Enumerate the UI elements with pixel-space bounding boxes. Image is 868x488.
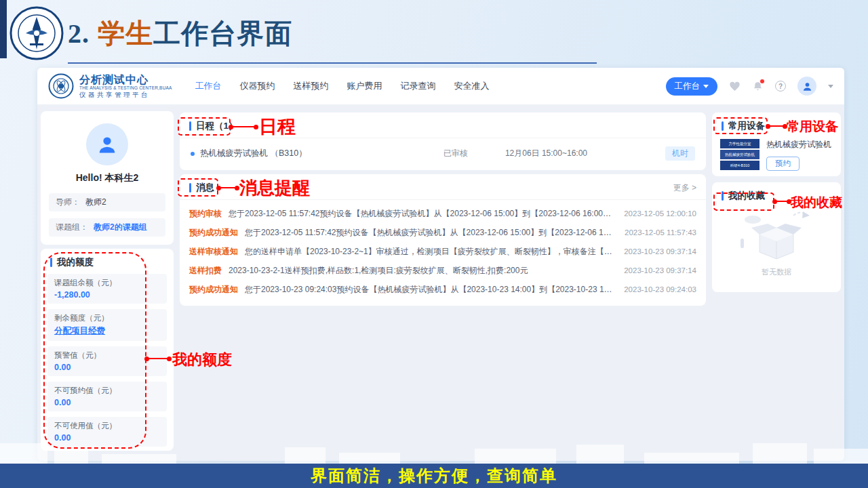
- device-info: 热机械疲劳试验机 预约: [766, 139, 831, 171]
- empty-text: 暂无数据: [712, 267, 841, 277]
- message-row[interactable]: 预约审核 您于2023-12-05 11:57:42预约设备【热机械疲劳试验机】…: [189, 204, 696, 223]
- brand-subtitle-cn: 仪器共享管理平台: [79, 91, 172, 99]
- message-tag: 预约审核: [189, 208, 222, 220]
- message-row[interactable]: 预约成功通知 您于2023-10-23 09:24:03预约设备【热机械疲劳试验…: [189, 280, 696, 299]
- messages-card: 消息 更多 > 预约审核 您于2023-12-05 11:57:42预约设备【热…: [180, 174, 706, 306]
- message-body: 2023-10-23-2-1送样预扣费,样品数:1,检测项目:疲劳裂纹扩展、断裂…: [229, 265, 614, 277]
- title-underline: [68, 62, 597, 64]
- menu-item-sample-booking[interactable]: 送样预约: [294, 80, 329, 92]
- section-accent-bar: [722, 121, 724, 131]
- brand-subtitle-en: THE ANALYSIS & TESTING CENTER,BUAA: [79, 85, 172, 91]
- menu-item-instrument-booking[interactable]: 仪器预约: [240, 80, 275, 92]
- quota-item-no-booking: 不可预约值（元） 0.00: [47, 382, 167, 411]
- device-thumbnail[interactable]: 力学性能分室 热机械疲劳试验机 科研4-B310: [720, 139, 760, 171]
- brand: 分析测试中心 THE ANALYSIS & TESTING CENTER,BUA…: [48, 73, 172, 99]
- help-icon[interactable]: ?: [775, 81, 786, 92]
- quota-card: 我的额度 课题组余额（元） -1,280.00 剩余额度（元） 分配项目经费 预…: [41, 249, 174, 451]
- footer-banner: 界面简洁，操作方便，查询简单: [0, 464, 868, 488]
- brand-text: 分析测试中心 THE ANALYSIS & TESTING CENTER,BUA…: [79, 74, 172, 99]
- message-time: 2023-10-23 09:37:14: [624, 247, 696, 256]
- avatar-caret-icon[interactable]: [828, 85, 833, 88]
- section-accent-bar: [722, 191, 724, 201]
- message-body: 您于2023-10-23 09:24:03预约设备【热机械疲劳试验机】从【202…: [245, 284, 614, 296]
- message-body: 您于2023-12-05 11:57:42预约设备【热机械疲劳试验机】从【202…: [245, 227, 615, 239]
- message-time: 2023-10-23 09:24:03: [624, 285, 696, 293]
- section-accent-bar: [50, 258, 52, 267]
- workspace-switch-label: 工作台: [675, 81, 701, 92]
- quota-label: 不可使用值（元）: [54, 421, 160, 431]
- message-time: 2023-10-23 09:37:14: [624, 266, 696, 274]
- quota-value: 0.00: [54, 398, 160, 407]
- quota-header: 我的额度: [41, 249, 174, 274]
- schedule-device: 热机械疲劳试验机 （B310）: [200, 148, 443, 159]
- group-row: 课题组： 教师2的课题组: [49, 218, 165, 237]
- message-time: 2023-12-05 11:57:43: [625, 228, 696, 237]
- person-icon: [802, 81, 812, 92]
- devices-card: 常用设备 力学性能分室 热机械疲劳试验机 科研4-B310 热机械疲劳试验机 预…: [712, 113, 841, 176]
- message-row[interactable]: 预约成功通知 您于2023-12-05 11:57:42预约设备【热机械疲劳试验…: [189, 223, 696, 242]
- title-rest: 工作台界面: [153, 18, 292, 48]
- thumb-line: 科研4-B310: [720, 161, 760, 170]
- center-logo-icon: [48, 73, 74, 99]
- schedule-time: 12月06日 15:00~16:00: [505, 148, 587, 159]
- message-tag: 预约成功通知: [189, 227, 238, 239]
- menu-item-record-query[interactable]: 记录查询: [401, 80, 436, 92]
- title-number: 2.: [68, 18, 90, 49]
- schedule-status: 已审核: [443, 148, 468, 159]
- allocate-funds-link[interactable]: 分配项目经费: [54, 325, 160, 337]
- messages-list: 预约审核 您于2023-12-05 11:57:42预约设备【热机械疲劳试验机】…: [180, 200, 706, 299]
- quota-item-group-balance: 课题组余额（元） -1,280.00: [47, 274, 167, 304]
- devices-header: 常用设备: [712, 113, 841, 138]
- quota-item-warning: 预警值（元） 0.00: [47, 346, 167, 376]
- menu-item-account-fees[interactable]: 账户费用: [347, 80, 382, 92]
- quota-items: 课题组余额（元） -1,280.00 剩余额度（元） 分配项目经费 预警值（元）…: [41, 274, 174, 447]
- message-row[interactable]: 送样扣费 2023-10-23-2-1送样预扣费,样品数:1,检测项目:疲劳裂纹…: [189, 261, 696, 280]
- profile-avatar: [86, 123, 128, 165]
- notification-badge: [760, 79, 764, 83]
- quota-value: 0.00: [54, 363, 160, 372]
- thumb-line: 热机械疲劳试验机: [720, 150, 760, 159]
- empty-box-illustration: [732, 207, 821, 263]
- message-body: 您于2023-12-05 11:57:42预约设备【热机械疲劳试验机】从【202…: [229, 208, 614, 220]
- quota-label: 课题组余额（元）: [54, 278, 160, 288]
- brand-name: 分析测试中心: [79, 74, 172, 85]
- section-accent-bar: [189, 183, 191, 192]
- notifications-bell-icon[interactable]: [752, 81, 764, 92]
- app-navbar: 分析测试中心 THE ANALYSIS & TESTING CENTER,BUA…: [37, 68, 844, 104]
- menu-item-safety-access[interactable]: 安全准入: [454, 80, 490, 92]
- quota-value: 0.00: [54, 433, 160, 443]
- favorites-heart-icon[interactable]: [729, 81, 741, 92]
- schedule-title: 日程（1）: [196, 120, 238, 132]
- profile-rows: 导师： 教师2 课题组： 教师2的课题组: [41, 193, 174, 237]
- user-avatar[interactable]: [797, 77, 816, 96]
- schedule-row[interactable]: 热机械疲劳试验机 （B310） 已审核 12月06日 15:00~16:00 机…: [180, 138, 706, 161]
- help-glyph: ?: [778, 83, 783, 90]
- app-window: 分析测试中心 THE ANALYSIS & TESTING CENTER,BUA…: [37, 68, 844, 461]
- messages-header: 消息 更多 >: [180, 174, 706, 200]
- message-tag: 送样扣费: [189, 265, 222, 277]
- quota-title: 我的额度: [57, 256, 94, 268]
- thumb-line: 力学性能分室: [720, 139, 760, 148]
- workspace-switch-button[interactable]: 工作台: [666, 77, 718, 96]
- section-accent-bar: [189, 121, 191, 131]
- reserve-button[interactable]: 预约: [766, 157, 800, 171]
- messages-more-link[interactable]: 更多 >: [673, 182, 696, 194]
- mentor-row: 导师： 教师2: [49, 193, 165, 211]
- main-menu: 工作台 仪器预约 送样预约 账户费用 记录查询 安全准入: [195, 80, 490, 92]
- slide-root: 2. 学生工作台界面 分析测试中心 THE ANALYSIS & TESTING…: [0, 0, 868, 488]
- favorites-header: 我的收藏: [712, 182, 841, 207]
- university-logo-icon: [9, 6, 64, 60]
- mentor-label: 导师：: [56, 197, 80, 208]
- bullet-dot-icon: [191, 152, 195, 156]
- favorites-title: 我的收藏: [728, 190, 765, 202]
- navbar-right: 工作台 ?: [666, 77, 834, 96]
- group-link[interactable]: 教师2的课题组: [94, 222, 147, 233]
- menu-item-workbench[interactable]: 工作台: [195, 80, 222, 92]
- device-item: 力学性能分室 热机械疲劳试验机 科研4-B310 热机械疲劳试验机 预约: [712, 138, 841, 171]
- favorites-empty-state: 暂无数据: [712, 207, 841, 277]
- quota-label: 预警值（元）: [54, 350, 160, 361]
- footer-slogan: 界面简洁，操作方便，查询简单: [311, 465, 557, 487]
- message-row[interactable]: 送样审核通知 您的送样申请单【2023-10-23-2~1】审核通过，检测项目【…: [189, 242, 696, 261]
- schedule-header: 日程（1）: [180, 113, 706, 138]
- message-tag: 预约成功通知: [189, 284, 238, 296]
